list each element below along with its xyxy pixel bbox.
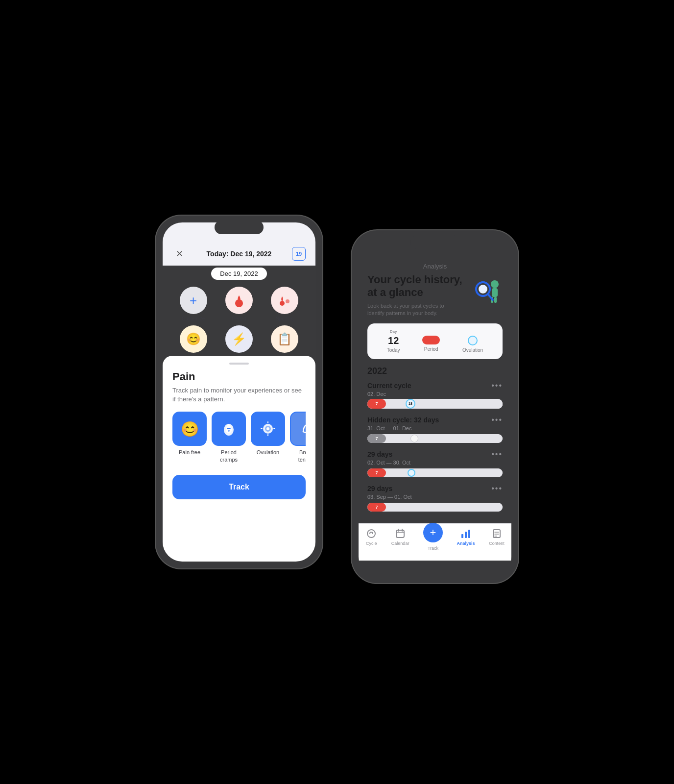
nav-content[interactable]: Content	[489, 528, 505, 551]
period-icon	[225, 287, 253, 314]
svg-rect-9	[492, 288, 498, 297]
pain-option-ovulation[interactable]: Ovulation	[251, 412, 285, 463]
pain-free-label: Pain free	[179, 449, 200, 456]
mood-item[interactable]: 😊	[180, 325, 207, 353]
sheet-handle	[229, 363, 249, 365]
hero-description: Look back at your past cycles to identif…	[367, 302, 446, 318]
content-nav-icon	[491, 528, 503, 539]
cycle-3-date: 02. Oct — 30. Oct	[367, 460, 503, 466]
nav-cycle[interactable]: Cycle	[365, 528, 377, 551]
hero-section: Your cycle history, at a glance Look bac…	[367, 273, 503, 318]
today-legend: Day 12 Today	[387, 330, 400, 353]
nav-analysis[interactable]: Analysis	[457, 528, 475, 551]
customize-item[interactable]: + Customize	[180, 287, 207, 321]
customize-icon: +	[180, 287, 207, 314]
svg-point-1	[280, 301, 285, 306]
activity-icon: 📋	[271, 325, 298, 353]
close-button[interactable]: ✕	[172, 247, 186, 261]
cycle-nav-icon	[365, 528, 377, 539]
sheet-title: Pain	[172, 370, 306, 383]
energy-item[interactable]: ⚡	[225, 325, 253, 353]
c1-ovulation-marker: 18	[406, 399, 415, 409]
cycle-4-menu[interactable]: •••	[491, 484, 503, 493]
pain-option-free[interactable]: 😊 Pain free	[172, 412, 207, 463]
cycle-item-4: 29 days ••• 03. Sep — 01. Oct 7	[367, 484, 503, 512]
cycle-4-title: 29 days	[367, 485, 392, 492]
spotting-label: Spotting	[276, 316, 294, 321]
cycle-2-header: Hidden cycle: 32 days •••	[367, 416, 503, 424]
svg-point-13	[479, 285, 487, 294]
cycle-1-menu[interactable]: •••	[491, 381, 503, 390]
cycle-2-date: 31. Oct — 01. Dec	[367, 425, 503, 431]
c2-ovulation-marker	[410, 435, 418, 442]
svg-rect-21	[465, 532, 467, 538]
analysis-nav-icon	[460, 528, 472, 539]
icon-grid: + Customize Period Spotting	[163, 282, 315, 323]
c1-period-bar: 7	[367, 399, 386, 409]
track-nav-icon[interactable]: +	[423, 523, 443, 542]
cycle-1-header: Current cycle •••	[367, 381, 503, 390]
p2-content[interactable]: Your cycle history, at a glance Look bac…	[359, 273, 511, 523]
today-label: Today	[387, 347, 400, 353]
analysis-title: Analysis	[423, 263, 447, 270]
cycle-1-date: 02. Dec	[367, 391, 503, 397]
cycle-item-3: 29 days ••• 02. Oct — 30. Oct 7	[367, 450, 503, 477]
ovulation-pain-label: Ovulation	[257, 449, 279, 456]
cycle-1-title: Current cycle	[367, 382, 411, 390]
cycle-2-bar: 7	[367, 434, 503, 443]
period-item[interactable]: Period	[225, 287, 253, 321]
c2-period-bar: 7	[367, 434, 386, 443]
svg-point-8	[491, 280, 499, 288]
cycle-4-header: 29 days •••	[367, 484, 503, 493]
spotting-icon	[271, 287, 298, 314]
bottom-nav: Cycle Calendar + Track	[359, 523, 511, 561]
cycle-3-menu[interactable]: •••	[491, 450, 503, 459]
period-cramps-label: Period cramps	[212, 449, 246, 463]
phone-1: ✕ Today: Dec 19, 2022 19 Dec 19, 2022 + …	[156, 216, 322, 568]
legend-card: Day 12 Today Period Ovulation	[367, 323, 503, 359]
spotting-item[interactable]: Spotting	[271, 287, 298, 321]
year-label: 2022	[367, 366, 503, 376]
day-label: Day	[390, 330, 397, 334]
ovulation-label: Ovulation	[462, 347, 483, 353]
cycle-4-bar: 7	[367, 503, 503, 512]
hero-text: Your cycle history, at a glance Look bac…	[367, 273, 468, 318]
period-pill	[422, 336, 440, 344]
icon-grid-2: 😊 ⚡ 📋	[163, 323, 315, 355]
track-button[interactable]: Track	[172, 475, 306, 499]
c3-ovulation-marker	[408, 469, 415, 477]
sheet-description: Track pain to monitor your experiences o…	[172, 386, 306, 404]
track-nav-label: Track	[428, 546, 438, 551]
cycle-3-bar: 7	[367, 468, 503, 477]
phone-2: Analysis Your cycle history, at a glance…	[352, 230, 518, 583]
cycle-4-date: 03. Sep — 01. Oct	[367, 494, 503, 500]
activity-item[interactable]: 📋	[271, 325, 298, 353]
ovulation-pain-icon	[251, 412, 285, 446]
c3-period-bar: 7	[367, 468, 386, 477]
svg-point-15	[367, 530, 375, 538]
pain-option-breast[interactable]: Breast tende...	[290, 412, 306, 463]
today-number: 12	[388, 336, 399, 345]
svg-point-7	[266, 427, 269, 430]
bottom-sheet: Pain Track pain to monitor your experien…	[163, 356, 315, 562]
cycle-2-menu[interactable]: •••	[491, 416, 503, 424]
breast-tenderness-icon	[290, 412, 306, 446]
nav-calendar[interactable]: Calendar	[391, 528, 409, 551]
svg-point-2	[286, 299, 289, 303]
cycle-item-1: Current cycle ••• 02. Dec 7 Day 18	[367, 381, 503, 409]
pain-option-cramps[interactable]: Period cramps	[212, 412, 246, 463]
calendar-badge[interactable]: 19	[292, 247, 306, 261]
c2-rest-bar	[386, 434, 503, 443]
ovulation-dot	[468, 336, 478, 345]
pain-options: 😊 Pain free Period cramps	[172, 412, 306, 465]
customize-label: Customize	[182, 316, 205, 321]
pain-free-icon: 😊	[172, 412, 207, 446]
c4-period-bar: 7	[367, 503, 386, 512]
cycle-2-title: Hidden cycle: 32 days	[367, 416, 439, 424]
cycle-item-2: Hidden cycle: 32 days ••• 31. Oct — 01. …	[367, 416, 503, 443]
svg-rect-16	[396, 530, 404, 538]
nav-track[interactable]: + Track	[423, 528, 443, 551]
svg-rect-11	[494, 297, 497, 303]
period-label: Period	[424, 346, 438, 352]
analysis-nav-label: Analysis	[457, 541, 475, 546]
